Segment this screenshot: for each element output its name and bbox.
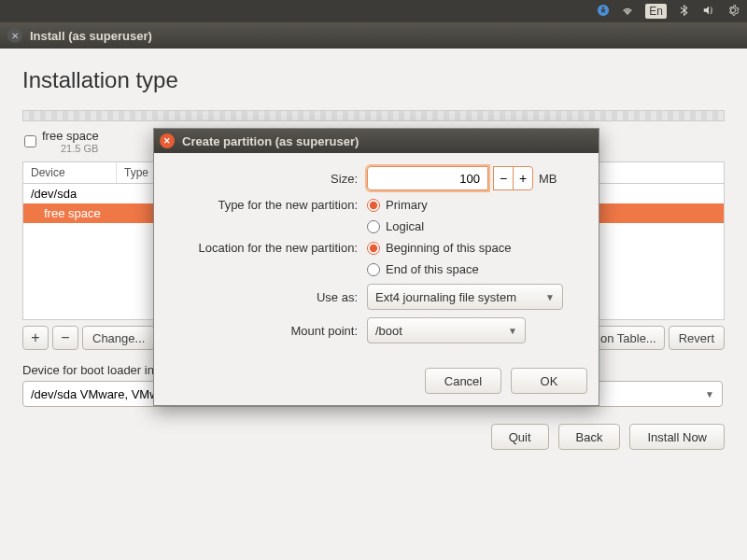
disk-usage-bar [22, 110, 725, 121]
ok-button[interactable]: OK [511, 368, 587, 394]
location-begin-label: Beginning of this space [386, 241, 511, 255]
accessibility-icon[interactable] [597, 4, 610, 20]
location-label: Location for the new partition: [171, 241, 367, 255]
size-unit: MB [539, 172, 557, 186]
dialog-title: Create partition (as superuser) [182, 134, 359, 148]
create-partition-dialog: ✕ Create partition (as superuser) Size: … [153, 128, 599, 406]
system-top-panel: En [0, 0, 747, 22]
volume-icon[interactable] [702, 4, 715, 20]
size-label: Size: [171, 172, 367, 186]
back-button[interactable]: Back [558, 424, 621, 450]
row-device: /dev/sda [31, 187, 124, 201]
mount-point-combo[interactable]: /boot ▼ [367, 317, 526, 343]
mount-point-value: /boot [375, 324, 402, 338]
cancel-button[interactable]: Cancel [425, 368, 501, 394]
location-end-label: End of this space [386, 262, 479, 276]
size-input[interactable] [367, 166, 488, 190]
location-begin-radio[interactable] [367, 242, 380, 255]
use-as-combo[interactable]: Ext4 journaling file system ▼ [367, 284, 563, 310]
remove-partition-button[interactable]: − [52, 326, 78, 350]
legend-checkbox[interactable] [24, 135, 36, 147]
svg-point-1 [602, 7, 604, 8]
dialog-close-button[interactable]: ✕ [160, 133, 175, 148]
add-partition-button[interactable]: + [22, 326, 49, 350]
install-now-button[interactable]: Install Now [629, 424, 725, 450]
size-stepper: − + [494, 166, 533, 190]
dialog-footer: Cancel OK [154, 362, 599, 405]
dropdown-arrow-icon: ▼ [508, 326, 517, 336]
page-title: Installation type [22, 67, 725, 93]
type-logical-label: Logical [386, 219, 424, 233]
window-titlebar: ✕ Install (as superuser) [0, 22, 747, 49]
change-partition-button[interactable]: Change... [82, 326, 155, 350]
use-as-label: Use as: [171, 290, 367, 304]
dialog-titlebar: ✕ Create partition (as superuser) [154, 129, 599, 153]
dropdown-arrow-icon: ▼ [545, 292, 555, 302]
window-title: Install (as superuser) [30, 29, 152, 43]
legend-name: free space [42, 129, 99, 143]
type-primary-label: Primary [386, 198, 428, 212]
window-close-button[interactable]: ✕ [7, 28, 22, 43]
page-footer: Quit Back Install Now [22, 424, 725, 450]
size-increment-button[interactable]: + [513, 166, 533, 190]
keyboard-layout-indicator[interactable]: En [645, 4, 667, 19]
legend-size: 21.5 GB [61, 143, 99, 154]
type-logical-radio[interactable] [367, 220, 380, 233]
type-primary-radio[interactable] [367, 199, 380, 212]
location-end-radio[interactable] [367, 263, 380, 276]
dropdown-arrow-icon: ▼ [705, 389, 714, 399]
row-device: free space [31, 206, 124, 220]
col-header-device[interactable]: Device [23, 162, 117, 183]
settings-gear-icon[interactable] [726, 4, 740, 20]
use-as-value: Ext4 journaling file system [375, 290, 516, 304]
quit-button[interactable]: Quit [491, 424, 549, 450]
bluetooth-icon[interactable] [678, 4, 691, 20]
network-icon[interactable] [621, 4, 634, 20]
size-decrement-button[interactable]: − [493, 166, 514, 190]
partition-type-label: Type for the new partition: [171, 198, 367, 212]
revert-button[interactable]: Revert [669, 326, 725, 350]
mount-point-label: Mount point: [171, 324, 367, 338]
